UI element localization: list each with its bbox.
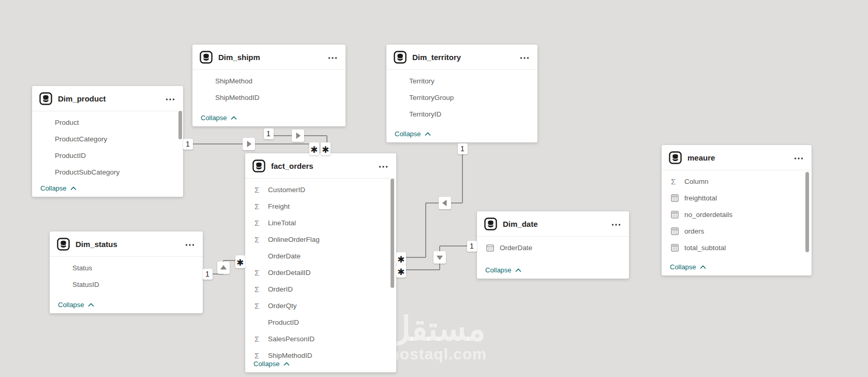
table-menu-button[interactable] — [610, 218, 622, 229]
cardinality-marker[interactable]: 1 — [467, 241, 477, 252]
table-title: Dim_date — [503, 220, 605, 228]
database-icon — [252, 160, 265, 172]
table-card-dim_product[interactable]: Dim_productProductProductCategoryProduct… — [32, 86, 183, 197]
field-row[interactable]: ShipMethodID — [192, 89, 346, 106]
field-row[interactable]: orders — [662, 223, 812, 239]
collapse-link[interactable]: Collapse — [670, 263, 706, 271]
relationship-line[interactable] — [405, 257, 426, 258]
field-label: Product — [55, 119, 79, 126]
filter-direction-arrow-icon[interactable] — [439, 197, 451, 209]
cardinality-marker[interactable]: ✱ — [235, 255, 245, 268]
field-row[interactable]: TerritoryGroup — [386, 89, 537, 106]
cardinality-marker[interactable]: ✱ — [321, 142, 331, 155]
table-header: Dim_territory — [386, 45, 537, 70]
table-menu-button[interactable] — [378, 160, 389, 171]
filter-direction-arrow-icon[interactable] — [433, 251, 446, 264]
field-row[interactable]: ProductID — [245, 314, 396, 330]
table-header: Dim_date — [477, 211, 629, 237]
relationship-line[interactable] — [223, 260, 235, 261]
table-card-meaure[interactable]: meaureΣColumnfreighttotalno_orderdetails… — [662, 145, 812, 276]
chevron-up-icon — [88, 303, 94, 307]
field-row[interactable]: ΣOrderID — [245, 281, 396, 297]
ellipsis-icon — [379, 161, 388, 170]
chevron-up-icon — [700, 265, 706, 269]
table-card-dim_shipm[interactable]: Dim_shipmShipMethodShipMethodIDCollapse — [192, 45, 346, 126]
collapse-link[interactable]: Collapse — [395, 130, 431, 138]
field-row[interactable]: ProductID — [32, 147, 183, 164]
field-list: ShipMethodShipMethodID — [192, 70, 346, 106]
field-list: TerritoryTerritoryGroupTerritoryID — [386, 70, 537, 122]
field-label: StatusID — [72, 281, 99, 288]
cardinality-marker[interactable]: 1 — [264, 128, 274, 139]
calculator-icon — [671, 211, 684, 219]
field-label: ProductID — [268, 318, 299, 326]
database-icon — [200, 51, 213, 64]
ellipsis-icon — [794, 153, 803, 162]
field-row[interactable]: Territory — [386, 72, 537, 89]
relationship-line[interactable] — [440, 245, 467, 247]
vertical-scrollbar[interactable] — [178, 111, 182, 139]
table-menu-button[interactable] — [164, 93, 176, 104]
vertical-scrollbar[interactable] — [805, 172, 809, 252]
field-row[interactable]: Product — [32, 114, 183, 130]
field-row[interactable]: Status — [50, 259, 203, 276]
collapse-link[interactable]: Collapse — [40, 184, 77, 192]
field-row[interactable]: total_subtotal — [662, 239, 812, 256]
filter-direction-arrow-icon[interactable] — [243, 138, 255, 150]
field-label: CustomerID — [268, 186, 305, 194]
filter-direction-arrow-icon[interactable] — [217, 262, 230, 274]
field-row[interactable]: ΣLineTotal — [245, 214, 396, 231]
table-header: fact_orders — [245, 153, 396, 179]
ellipsis-icon — [166, 94, 175, 103]
table-title: Dim_product — [58, 94, 159, 103]
field-row[interactable]: ΣFreight — [245, 198, 396, 214]
cardinality-marker[interactable]: ✱ — [309, 142, 319, 155]
field-row[interactable]: no_orderdetails — [662, 206, 812, 223]
table-card-dim_territory[interactable]: Dim_territoryTerritoryTerritoryGroupTerr… — [386, 45, 537, 142]
table-title: Dim_territory — [412, 53, 513, 62]
field-row[interactable]: ΣSalesPersonID — [245, 330, 396, 347]
cardinality-marker[interactable]: 1 — [458, 143, 468, 154]
cardinality-marker[interactable]: 1 — [203, 269, 213, 280]
table-card-dim_status[interactable]: Dim_statusStatusStatusIDCollapse — [50, 231, 203, 313]
table-title: Dim_shipm — [218, 53, 321, 62]
field-row[interactable]: ProductSubCategory — [32, 164, 183, 180]
table-menu-button[interactable] — [184, 238, 196, 250]
table-menu-button[interactable] — [793, 152, 804, 163]
cardinality-marker[interactable]: ✱ — [396, 265, 406, 278]
cardinality-marker[interactable]: ✱ — [396, 252, 406, 265]
collapse-link[interactable]: Collapse — [201, 114, 237, 122]
field-row[interactable]: ΣColumn — [662, 173, 812, 190]
field-row[interactable]: ShipMethod — [192, 72, 346, 89]
chevron-up-icon — [515, 268, 521, 272]
collapse-link[interactable]: Collapse — [485, 266, 521, 274]
filter-direction-arrow-icon[interactable] — [292, 129, 304, 142]
relationship-line[interactable] — [462, 153, 463, 203]
table-menu-button[interactable] — [327, 51, 338, 63]
field-label: ShipMethod — [215, 77, 252, 85]
table-card-dim_date[interactable]: Dim_dateOrderDateCollapse — [477, 211, 629, 279]
field-row[interactable]: OrderDate — [477, 239, 629, 256]
table-card-fact_orders[interactable]: fact_ordersΣCustomerIDΣFreightΣLineTotal… — [245, 153, 396, 372]
model-view-canvas[interactable]: مستقلmostaql.com1✱1✱1✱1✱1✱Dim_shipmShipM… — [0, 0, 868, 377]
field-row[interactable]: ΣOrderDetailID — [245, 264, 396, 281]
relationship-line[interactable] — [406, 269, 440, 270]
relationship-line[interactable] — [425, 203, 426, 257]
vertical-scrollbar[interactable] — [391, 179, 394, 288]
field-row[interactable]: ΣOnlineOrderFlag — [245, 231, 396, 248]
field-row[interactable]: ΣOrderQty — [245, 297, 396, 314]
collapse-link[interactable]: Collapse — [58, 301, 94, 309]
table-menu-button[interactable] — [519, 51, 530, 63]
field-row[interactable]: StatusID — [50, 276, 203, 293]
field-row[interactable]: ΣCustomerID — [245, 181, 396, 198]
field-label: Status — [72, 264, 92, 272]
field-list: OrderDate — [477, 237, 629, 256]
cardinality-marker[interactable]: 1 — [183, 139, 193, 150]
field-row[interactable]: OrderDate — [245, 248, 396, 264]
collapse-link[interactable]: Collapse — [253, 360, 290, 368]
field-label: LineTotal — [268, 219, 296, 227]
field-row[interactable]: freighttotal — [662, 190, 812, 206]
field-row[interactable]: TerritoryID — [386, 106, 537, 122]
sigma-icon: Σ — [255, 285, 268, 293]
field-row[interactable]: ProductCategory — [32, 130, 183, 147]
